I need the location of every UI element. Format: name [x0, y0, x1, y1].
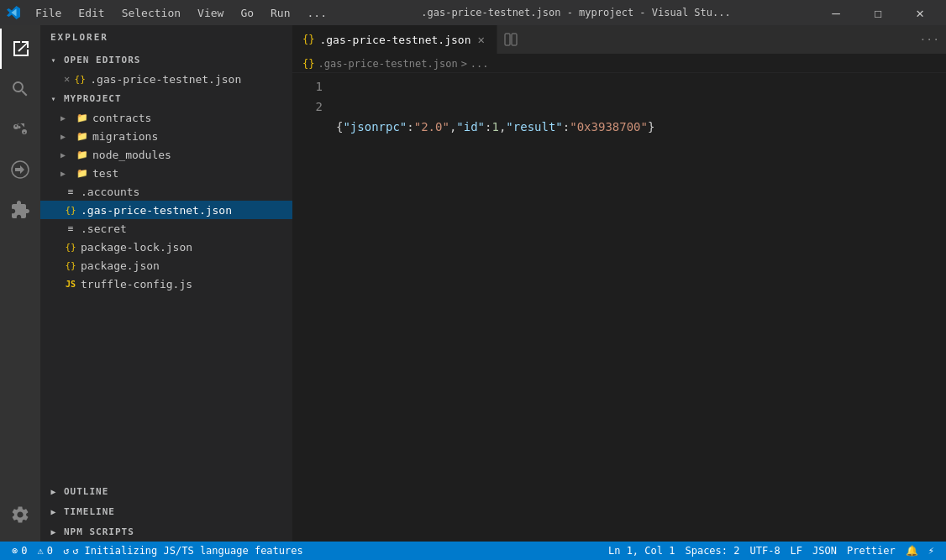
- activity-item-run[interactable]: [0, 149, 40, 190]
- timeline-section[interactable]: ▶ TIMELINE: [40, 501, 292, 521]
- file-name-truffle-config: truffle-config.js: [81, 278, 192, 290]
- menu-selection[interactable]: Selection: [113, 3, 189, 23]
- folder-chevron-test: ▶: [60, 169, 74, 178]
- encoding-text: UTF-8: [749, 545, 780, 557]
- activity-item-search[interactable]: [0, 69, 40, 109]
- activity-item-git[interactable]: [0, 109, 40, 149]
- status-eol[interactable]: LF: [786, 542, 807, 560]
- line-number-1: 1: [292, 76, 323, 97]
- file-name-package-lock: package-lock.json: [81, 241, 192, 254]
- breadcrumb: {} .gas-price-testnet.json > ...: [292, 55, 946, 73]
- main-layout: EXPLORER ▾ OPEN EDITORS ✕ {} .gas-price-…: [0, 25, 946, 542]
- folder-icon-migrations: 📁: [76, 129, 89, 143]
- status-errors[interactable]: ⊗ 0: [7, 542, 32, 560]
- tab-close-button[interactable]: ✕: [476, 31, 486, 48]
- open-editor-filename: .gas-price-testnet.json: [90, 73, 241, 86]
- status-bar: ⊗ 0 ⚠ 0 ↺ ↺ Initializing JS/TS language …: [0, 542, 946, 560]
- close-button[interactable]: ✕: [901, 0, 939, 25]
- tab-gas-price-testnet[interactable]: {} .gas-price-testnet.json ✕: [292, 25, 497, 54]
- window-controls: — ☐ ✕: [817, 0, 939, 25]
- sidebar-header: EXPLORER: [40, 25, 292, 50]
- file-gas-price-testnet[interactable]: {} .gas-price-testnet.json: [40, 201, 292, 219]
- activity-item-explorer[interactable]: [0, 29, 40, 69]
- svg-rect-1: [505, 34, 510, 45]
- folder-node-modules[interactable]: ▶ 📁 node_modules: [40, 145, 292, 164]
- menu-run[interactable]: Run: [262, 3, 298, 23]
- menu-bar: File Edit Selection View Go Run ...: [27, 3, 335, 23]
- menu-more[interactable]: ...: [299, 3, 335, 23]
- status-initializing[interactable]: ↺ ↺ Initializing JS/TS language features: [58, 542, 308, 560]
- code-editor[interactable]: {"jsonrpc":"2.0","id":1,"result":"0x3938…: [333, 76, 887, 542]
- warning-icon: ⚠: [37, 545, 43, 557]
- project-section[interactable]: ▾ MYPROJECT: [40, 88, 292, 108]
- file-secret[interactable]: ≡ .secret: [40, 219, 292, 238]
- npm-scripts-section[interactable]: ▶ NPM SCRIPTS: [40, 521, 292, 542]
- folder-migrations[interactable]: ▶ 📁 migrations: [40, 127, 292, 145]
- line-numbers: 1 2: [292, 76, 333, 542]
- maximize-button[interactable]: ☐: [859, 0, 897, 25]
- open-editors-label: OPEN EDITORS: [64, 55, 140, 65]
- secret-file-icon: ≡: [64, 222, 77, 235]
- indent-text: Spaces: 2: [685, 545, 739, 557]
- minimap: [887, 76, 938, 542]
- breadcrumb-more[interactable]: ...: [470, 58, 489, 70]
- svg-rect-2: [512, 34, 517, 45]
- sidebar: EXPLORER ▾ OPEN EDITORS ✕ {} .gas-price-…: [40, 25, 292, 542]
- close-editor-icon[interactable]: ✕: [64, 73, 70, 85]
- status-language[interactable]: JSON: [807, 542, 842, 560]
- tab-bar: {} .gas-price-testnet.json ✕ ···: [292, 25, 946, 55]
- status-notifications[interactable]: 🔔: [901, 542, 923, 560]
- menu-edit[interactable]: Edit: [70, 3, 113, 23]
- vscode-logo-icon: [7, 6, 20, 19]
- json-icon-package: {}: [64, 259, 77, 272]
- status-position[interactable]: Ln 1, Col 1: [603, 542, 680, 560]
- tab-filename: .gas-price-testnet.json: [319, 34, 470, 46]
- file-package-lock[interactable]: {} package-lock.json: [40, 238, 292, 256]
- error-count: 0: [21, 545, 27, 557]
- status-formatter[interactable]: Prettier: [842, 542, 901, 560]
- status-indent[interactable]: Spaces: 2: [680, 542, 744, 560]
- folder-chevron-migrations: ▶: [60, 132, 74, 141]
- file-accounts[interactable]: ≡ .accounts: [40, 182, 292, 201]
- title-bar: File Edit Selection View Go Run ... .gas…: [0, 0, 946, 25]
- folder-icon-node-modules: 📁: [76, 148, 89, 161]
- menu-go[interactable]: Go: [232, 3, 262, 23]
- open-editors-section[interactable]: ▾ OPEN EDITORS: [40, 50, 292, 70]
- scrollbar[interactable]: [938, 76, 946, 542]
- editor-area: {} .gas-price-testnet.json ✕ ··· {} .gas…: [292, 25, 946, 542]
- minimize-button[interactable]: —: [817, 0, 855, 25]
- status-encoding[interactable]: UTF-8: [744, 542, 785, 560]
- window-title: .gas-price-testnet.json - myproject - Vi…: [335, 7, 817, 18]
- breadcrumb-icon: {}: [302, 58, 314, 70]
- activity-item-extensions[interactable]: [0, 190, 40, 230]
- split-editor-button[interactable]: [497, 25, 524, 54]
- project-label: MYPROJECT: [64, 93, 122, 104]
- folder-chevron-node-modules: ▶: [60, 150, 74, 160]
- open-editor-item[interactable]: ✕ {} .gas-price-testnet.json: [40, 70, 292, 88]
- folder-name-node-modules: node_modules: [92, 149, 171, 161]
- status-warnings[interactable]: ⚠ 0: [32, 542, 57, 560]
- file-name-secret: .secret: [81, 222, 127, 235]
- menu-file[interactable]: File: [27, 3, 70, 23]
- json-icon-package-lock: {}: [64, 240, 77, 254]
- run-debug-icon: [10, 160, 30, 180]
- folder-test[interactable]: ▶ 📁 test: [40, 164, 292, 182]
- activity-item-settings[interactable]: [0, 495, 40, 535]
- source-control-icon: [10, 119, 30, 139]
- timeline-chevron: ▶: [47, 505, 60, 518]
- timeline-label: TIMELINE: [64, 506, 115, 517]
- file-truffle-config[interactable]: JS truffle-config.js: [40, 275, 292, 293]
- explorer-icon: [11, 39, 31, 59]
- file-name-gas-price: .gas-price-testnet.json: [81, 204, 232, 217]
- editor-content: 1 2 {"jsonrpc":"2.0","id":1,"result":"0x…: [292, 73, 946, 542]
- more-tabs-button[interactable]: ···: [913, 25, 946, 54]
- file-name-package-json: package.json: [81, 259, 160, 272]
- menu-view[interactable]: View: [189, 3, 232, 23]
- file-package-json[interactable]: {} package.json: [40, 256, 292, 275]
- formatter-text: Prettier: [847, 545, 896, 557]
- breadcrumb-filename[interactable]: .gas-price-testnet.json: [318, 58, 457, 70]
- folder-contracts[interactable]: ▶ 📁 contracts: [40, 108, 292, 127]
- status-remote[interactable]: ⚡: [923, 542, 939, 560]
- outline-section[interactable]: ▶ OUTLINE: [40, 481, 292, 501]
- outline-label: OUTLINE: [64, 486, 108, 497]
